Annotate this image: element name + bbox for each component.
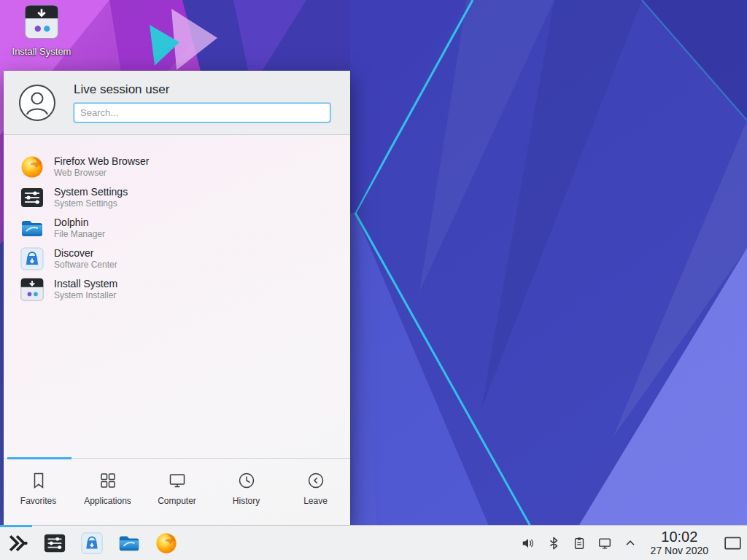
app-item-firefox[interactable]: Firefox Web Browser Web Browser bbox=[4, 152, 350, 182]
taskbar: 10:02 27 Nov 2020 bbox=[0, 525, 747, 560]
tab-favorites[interactable]: Favorites bbox=[4, 459, 73, 525]
show-desktop-button[interactable] bbox=[724, 527, 743, 559]
app-subtitle: Software Center bbox=[54, 260, 117, 271]
tab-computer[interactable]: Computer bbox=[142, 459, 212, 525]
app-item-install-system[interactable]: Install System System Installer bbox=[4, 274, 350, 305]
user-name: Live session user bbox=[74, 82, 330, 97]
digital-clock[interactable]: 10:02 27 Nov 2020 bbox=[651, 529, 708, 556]
favorites-app-list: Firefox Web Browser Web Browser bbox=[4, 136, 350, 458]
dolphin-icon bbox=[117, 532, 141, 555]
firefox-icon bbox=[20, 155, 44, 179]
tab-history[interactable]: History bbox=[212, 459, 281, 525]
launcher-icon bbox=[6, 532, 29, 555]
tab-label: Computer bbox=[158, 496, 196, 506]
taskbar-systemsettings-button[interactable] bbox=[42, 530, 68, 556]
clipboard-icon[interactable] bbox=[571, 535, 587, 551]
launcher-header: Live session user bbox=[4, 71, 350, 135]
app-subtitle: File Manager bbox=[54, 229, 105, 240]
clock-time: 10:02 bbox=[661, 529, 697, 545]
expand-tray-icon[interactable] bbox=[622, 535, 638, 551]
application-launcher-menu: Live session user Firefox Web Browser We… bbox=[4, 71, 350, 525]
system-settings-icon bbox=[43, 532, 66, 555]
computer-icon bbox=[168, 471, 187, 490]
tab-label: Favorites bbox=[20, 496, 56, 506]
app-title: Discover bbox=[54, 247, 117, 260]
app-subtitle: System Settings bbox=[54, 198, 128, 209]
tab-label: History bbox=[233, 496, 260, 506]
active-task-indicator bbox=[0, 525, 32, 527]
app-title: Firefox Web Browser bbox=[54, 155, 149, 168]
app-title: Dolphin bbox=[54, 217, 105, 229]
tab-label: Applications bbox=[84, 496, 131, 506]
system-settings-icon bbox=[20, 185, 44, 210]
tab-label: Leave bbox=[303, 496, 328, 506]
clock-icon bbox=[237, 471, 256, 490]
app-launcher-button[interactable] bbox=[4, 530, 31, 556]
desktop: Install System Live session user bbox=[0, 0, 747, 560]
app-item-system-settings[interactable]: System Settings System Settings bbox=[4, 182, 350, 213]
system-tray: 10:02 27 Nov 2020 bbox=[520, 527, 747, 559]
tab-applications[interactable]: Applications bbox=[73, 459, 142, 525]
bookmark-icon bbox=[29, 471, 48, 490]
app-title: System Settings bbox=[54, 186, 128, 198]
install-system-icon bbox=[23, 4, 60, 40]
tab-leave[interactable]: Leave bbox=[281, 459, 350, 525]
taskbar-pinned-apps bbox=[0, 530, 179, 556]
launcher-tab-bar: Favorites Applications Computer bbox=[4, 458, 350, 525]
show-desktop-icon bbox=[724, 534, 743, 553]
clock-date: 27 Nov 2020 bbox=[651, 545, 708, 557]
volume-icon[interactable] bbox=[520, 535, 536, 551]
app-subtitle: System Installer bbox=[54, 290, 117, 301]
install-system-icon bbox=[20, 277, 44, 302]
taskbar-firefox-button[interactable] bbox=[153, 530, 179, 556]
discover-icon bbox=[20, 246, 44, 271]
discover-icon bbox=[80, 532, 104, 555]
network-icon[interactable] bbox=[597, 535, 613, 551]
app-item-discover[interactable]: Discover Software Center bbox=[4, 244, 350, 274]
app-item-dolphin[interactable]: Dolphin File Manager bbox=[4, 213, 350, 244]
desktop-icon-label: Install System bbox=[12, 46, 71, 57]
user-avatar-icon[interactable] bbox=[18, 84, 56, 122]
bluetooth-icon[interactable] bbox=[546, 535, 562, 551]
app-title: Install System bbox=[54, 278, 117, 290]
search-input[interactable] bbox=[74, 103, 330, 122]
app-subtitle: Web Browser bbox=[54, 168, 149, 179]
desktop-icon-install-system[interactable]: Install System bbox=[9, 4, 74, 57]
leave-icon bbox=[306, 471, 325, 490]
applications-grid-icon bbox=[98, 471, 117, 490]
taskbar-discover-button[interactable] bbox=[79, 530, 105, 556]
firefox-icon bbox=[155, 532, 178, 555]
taskbar-dolphin-button[interactable] bbox=[116, 530, 142, 556]
dolphin-icon bbox=[20, 216, 44, 241]
